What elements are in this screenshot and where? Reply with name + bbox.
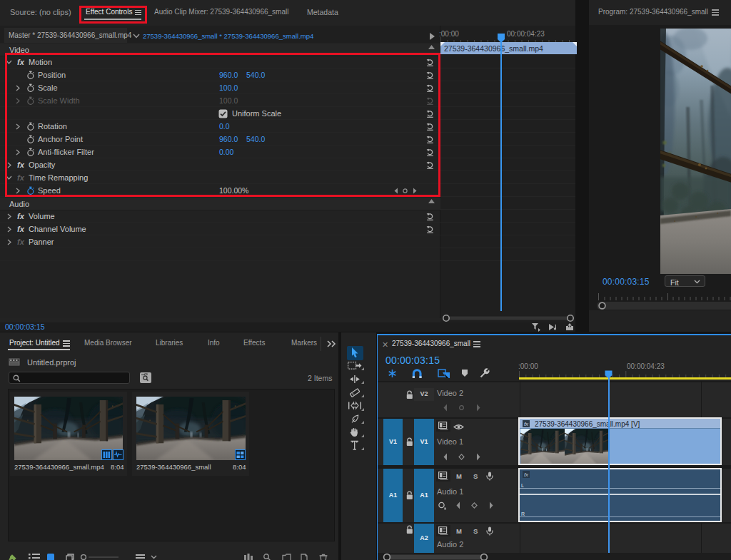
svg-text:fx: fx <box>524 421 529 427</box>
svg-text:fx: fx <box>524 472 529 478</box>
